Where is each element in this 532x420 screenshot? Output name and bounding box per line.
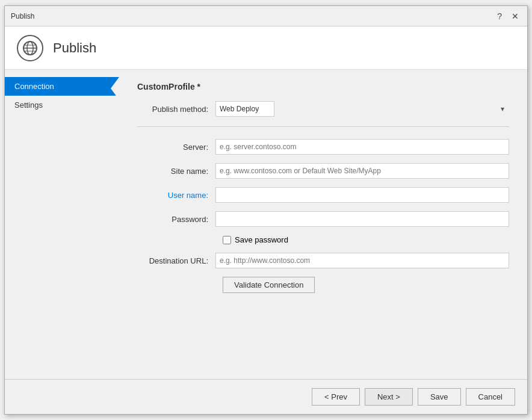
title-bar: Publish ? ✕ <box>5 6 527 26</box>
save-password-row: Save password <box>223 235 509 244</box>
publish-method-label: Publish method: <box>137 105 215 114</box>
user-name-input[interactable] <box>215 187 509 203</box>
validate-connection-button[interactable]: Validate Connection <box>223 277 315 293</box>
publish-method-group: Publish method: Web Deploy FTP File Syst… <box>137 101 509 117</box>
save-button[interactable]: Save <box>418 388 461 406</box>
sidebar: Connection Settings <box>5 70 119 379</box>
server-group: Server: <box>137 139 509 155</box>
destination-url-group: Destination URL: <box>137 253 509 268</box>
user-name-label: User name: <box>137 191 215 200</box>
server-input[interactable] <box>215 139 509 155</box>
destination-url-input[interactable] <box>215 253 509 268</box>
save-password-label: Save password <box>235 235 288 244</box>
destination-url-label: Destination URL: <box>137 256 215 265</box>
password-group: Password: <box>137 211 509 227</box>
server-label: Server: <box>137 143 215 152</box>
cancel-button[interactable]: Cancel <box>466 388 515 406</box>
site-name-group: Site name: <box>137 163 509 179</box>
publish-method-select[interactable]: Web Deploy FTP File System IIS <box>215 101 274 117</box>
close-button[interactable]: ✕ <box>509 12 521 20</box>
publish-dialog: Publish ? ✕ Publish Connection Setting <box>4 5 528 415</box>
help-button[interactable]: ? <box>495 12 504 20</box>
site-name-input[interactable] <box>215 163 509 179</box>
dialog-title: Publish <box>11 12 34 20</box>
footer: < Prev Next > Save Cancel <box>5 379 527 414</box>
save-password-checkbox[interactable] <box>223 236 231 244</box>
sidebar-item-connection[interactable]: Connection <box>5 77 119 96</box>
header: Publish <box>5 26 527 70</box>
site-name-label: Site name: <box>137 167 215 176</box>
title-bar-controls: ? ✕ <box>495 12 521 20</box>
publish-method-select-wrapper: Web Deploy FTP File System IIS <box>215 101 509 117</box>
password-input[interactable] <box>215 211 509 227</box>
header-title: Publish <box>53 40 96 56</box>
content-area: Connection Settings CustomProfile * Publ… <box>5 70 527 379</box>
password-label: Password: <box>137 215 215 224</box>
publish-icon <box>17 35 43 61</box>
sidebar-item-settings[interactable]: Settings <box>5 96 119 114</box>
divider <box>137 126 509 127</box>
next-button[interactable]: Next > <box>365 388 413 406</box>
main-form: CustomProfile * Publish method: Web Depl… <box>119 70 527 379</box>
section-title: CustomProfile * <box>137 82 509 91</box>
user-name-group: User name: <box>137 187 509 203</box>
prev-button[interactable]: < Prev <box>312 388 360 406</box>
